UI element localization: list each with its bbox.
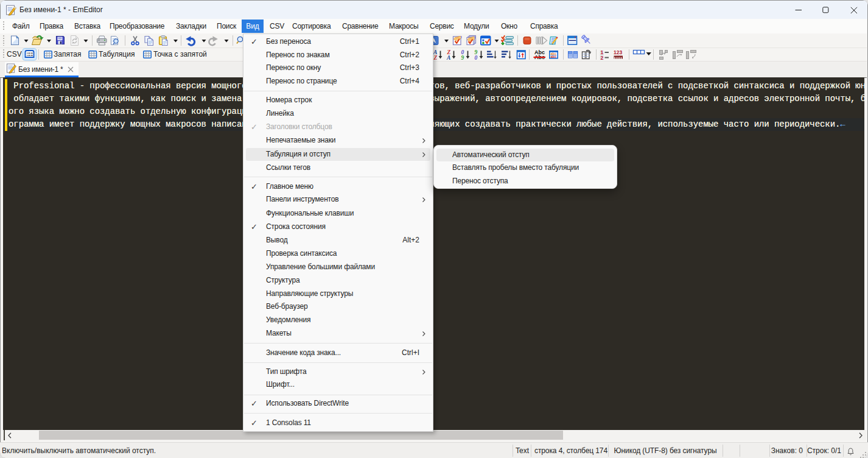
- svg-text:0: 0: [475, 55, 478, 61]
- svg-text:abc: abc: [551, 55, 556, 58]
- svg-text:2: 2: [601, 55, 604, 61]
- svg-text:Z: Z: [433, 55, 438, 61]
- svg-text:9: 9: [461, 55, 464, 61]
- svg-text:123: 123: [614, 49, 622, 55]
- svg-text:A: A: [446, 55, 450, 61]
